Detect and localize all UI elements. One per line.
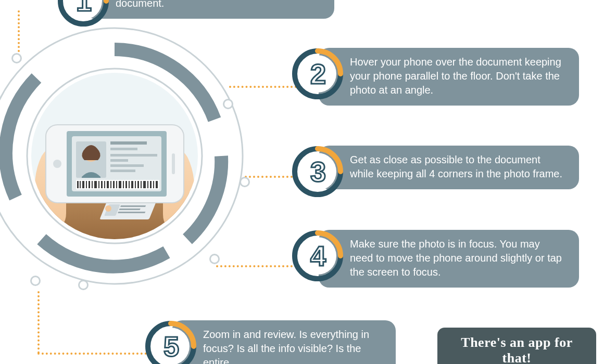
- step-2: 2 Hover your phone over the document kee…: [292, 48, 599, 106]
- svg-point-8: [105, 205, 111, 212]
- svg-rect-40: [113, 181, 115, 188]
- svg-rect-10: [119, 209, 141, 210]
- svg-rect-21: [110, 141, 147, 145]
- center-illustration: [0, 21, 250, 291]
- step-4: 4 Make sure the photo is in focus. You m…: [292, 230, 599, 288]
- svg-rect-31: [86, 181, 87, 188]
- step-3-badge: 3: [292, 146, 344, 198]
- ring-dot: [30, 276, 41, 286]
- svg-rect-44: [125, 181, 127, 188]
- step-1-badge: 1: [57, 0, 109, 27]
- step-5-text: Zoom in and review. Is everything in foc…: [172, 320, 396, 364]
- step-2-number: 2: [292, 48, 344, 100]
- svg-rect-49: [141, 181, 142, 188]
- connector-step5: [37, 291, 40, 354]
- step-5-badge: 5: [145, 320, 197, 364]
- step-4-number: 4: [292, 230, 344, 282]
- svg-rect-30: [82, 181, 84, 188]
- svg-rect-23: [110, 154, 157, 157]
- svg-rect-47: [135, 181, 136, 188]
- svg-rect-26: [110, 170, 135, 172]
- svg-point-15: [53, 160, 61, 168]
- svg-rect-53: [153, 181, 154, 188]
- step-4-badge: 4: [292, 230, 344, 282]
- ring-dot: [209, 254, 220, 264]
- step-4-text: Make sure the photo is in focus. You may…: [319, 230, 579, 288]
- svg-rect-11: [118, 212, 145, 213]
- step-3-text: Get as close as possible to the document…: [319, 146, 579, 189]
- svg-rect-52: [150, 181, 152, 188]
- step-3-number: 3: [292, 146, 344, 198]
- svg-rect-48: [137, 181, 139, 188]
- svg-rect-24: [110, 159, 128, 162]
- svg-rect-28: [77, 181, 79, 188]
- connector-step5h: [37, 353, 147, 355]
- svg-rect-41: [116, 181, 117, 188]
- step-1-text: Make sure there are no shadows on the do…: [84, 0, 334, 19]
- svg-rect-16: [172, 153, 175, 174]
- svg-rect-33: [92, 181, 93, 188]
- svg-rect-32: [89, 181, 90, 188]
- svg-rect-34: [94, 181, 97, 188]
- ring-dot: [240, 177, 250, 187]
- svg-rect-51: [147, 181, 148, 188]
- svg-rect-29: [80, 181, 81, 188]
- infographic-canvas: 1 Make sure there are no shadows on the …: [0, 0, 604, 364]
- svg-rect-42: [119, 181, 121, 188]
- svg-rect-50: [143, 181, 146, 188]
- tip-title: There's an app for that!: [447, 335, 587, 364]
- ring-dot: [223, 99, 233, 109]
- svg-rect-54: [156, 181, 158, 188]
- svg-rect-37: [104, 181, 105, 188]
- phone-icon: [46, 125, 184, 203]
- step-5: 5 Zoom in and review. Is everything in f…: [145, 320, 426, 364]
- svg-rect-25: [110, 164, 144, 167]
- svg-rect-22: [110, 148, 137, 150]
- connector-step3: [245, 176, 297, 178]
- svg-rect-45: [129, 181, 130, 188]
- ring-dot: [78, 280, 89, 290]
- svg-rect-39: [110, 181, 111, 188]
- step-2-text: Hover your phone over the document keepi…: [319, 48, 579, 106]
- svg-rect-36: [101, 181, 103, 188]
- step-1: 1 Make sure there are no shadows on the …: [57, 0, 349, 27]
- ring-dot: [11, 53, 22, 63]
- svg-rect-38: [107, 181, 109, 188]
- svg-rect-9: [120, 205, 146, 207]
- svg-rect-43: [123, 181, 124, 188]
- tip-box: There's an app for that! If you have a m…: [437, 328, 596, 364]
- step-3: 3 Get as close as possible to the docume…: [292, 146, 599, 198]
- step-5-number: 5: [145, 320, 197, 364]
- step-2-badge: 2: [292, 48, 344, 100]
- svg-rect-46: [131, 181, 133, 188]
- svg-rect-35: [98, 181, 99, 188]
- step-1-number: 1: [57, 0, 109, 27]
